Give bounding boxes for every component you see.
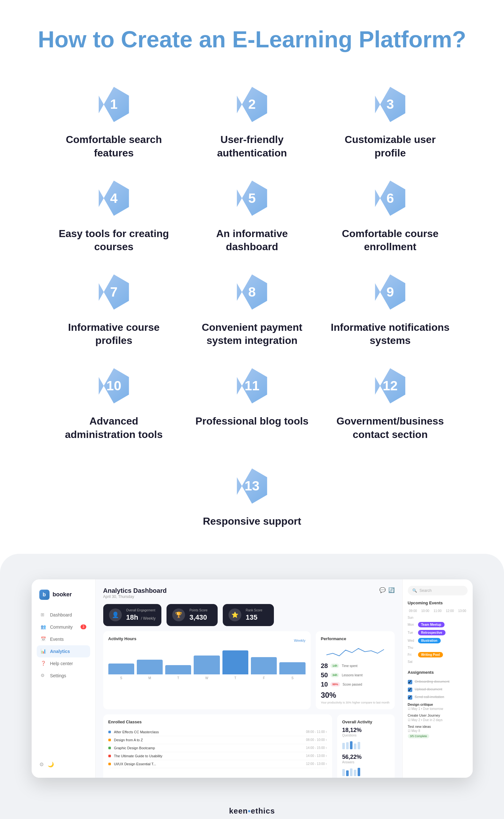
- sidebar-item-settings[interactable]: ⚙ Settings: [37, 670, 90, 682]
- sidebar-item-analytics[interactable]: 📊 Analytics: [37, 645, 90, 658]
- stat-icon: 🏆: [172, 608, 185, 621]
- stat-label: Points Score: [190, 608, 208, 612]
- feature-item-10: 10 Advanced administration tools: [51, 367, 176, 441]
- sidebar-item-dashboard[interactable]: ⊞ Dashboard: [37, 609, 90, 621]
- task-item: ✓ Send call-invitation: [408, 693, 468, 701]
- event-row-Sun: Sun: [408, 615, 468, 621]
- feature-item-13: 13 Responsive support: [203, 467, 301, 528]
- chat-icon[interactable]: 💬: [379, 587, 386, 593]
- task-checkbox[interactable]: ✓: [408, 680, 412, 684]
- perf-title: Performance: [321, 636, 390, 641]
- hexagon-5: 5: [234, 181, 269, 216]
- svg-rect-5: [342, 769, 345, 776]
- enrolled-card: Enrolled Classes After Effects CC Master…: [103, 714, 332, 778]
- overall-title: Overall Activity: [342, 720, 390, 724]
- chart-label: W: [194, 676, 220, 680]
- task-checkbox[interactable]: ✓: [408, 688, 412, 692]
- event-row-Wed: Wed Illustration: [408, 637, 468, 645]
- footer: keen•ethics: [0, 797, 504, 819]
- task-text: Test new ideas: [408, 724, 468, 729]
- feature-label-13: Responsive support: [203, 515, 301, 528]
- bar: [194, 656, 220, 674]
- task-item: ✓ Onboarding document: [408, 678, 468, 686]
- bar-chart: [108, 649, 306, 675]
- perf-stats: 28 14h Time spent 50 34h Lessons learnt …: [321, 662, 390, 704]
- hexagon-6: 6: [373, 181, 408, 216]
- stat-value: 135: [246, 613, 258, 621]
- hexagon-9: 9: [373, 275, 408, 310]
- help-icon: ❓: [41, 661, 46, 667]
- features-grid: 1 Comfortable search features 2 User-fri…: [0, 72, 504, 454]
- task-date: ☑ May 1 • Due tomorrow: [408, 707, 468, 711]
- feature-label-12: Government/business contact section: [330, 415, 451, 441]
- event-chip[interactable]: Illustration: [418, 638, 441, 644]
- hexagon-wrapper-9: 9: [371, 273, 409, 311]
- sidebar-item-help-center[interactable]: ❓ Help center: [37, 658, 90, 670]
- enrolled-dot: [108, 731, 111, 733]
- feature-label-3: Customizable user profile: [330, 133, 451, 160]
- sidebar-item-events[interactable]: 📅 Events: [37, 633, 90, 645]
- bar: [251, 657, 277, 675]
- grid-icon: ⊞: [41, 612, 46, 618]
- enrolled-item: The Ultimate Guide to Usability 14:00 - …: [108, 752, 327, 760]
- day-label: Mon: [408, 623, 415, 627]
- enrolled-dot: [108, 755, 111, 757]
- task-checkbox[interactable]: ✓: [408, 695, 412, 700]
- feature-label-8: Convenient payment system integration: [191, 321, 313, 347]
- gear-icon: ⚙: [41, 673, 46, 679]
- dashboard-section: b booker ⊞ Dashboard 👥 Community 3 📅 Eve…: [0, 554, 504, 797]
- chart-label: S: [108, 676, 134, 680]
- overall-activity: Overall Activity 18,12% Questions 56,22%: [337, 714, 395, 778]
- bar: [222, 651, 248, 675]
- performance-card: Performance 28 14h Time spent 50 34h: [316, 631, 395, 709]
- feature-item-1: 1 Comfortable search features: [51, 85, 176, 160]
- period-selector[interactable]: Weekly: [294, 639, 306, 643]
- enrolled-list: After Effects CC Masterclass 08:00 - 11:…: [108, 728, 327, 768]
- task-badge: 3/5 Complete: [408, 734, 430, 738]
- svg-rect-2: [350, 741, 353, 749]
- feature-item-5: 5 An informative dashboard: [189, 179, 314, 254]
- svg-rect-9: [358, 768, 360, 776]
- events-list: Sun Mon Team Meetup Tue Retrospective We…: [408, 615, 468, 665]
- chart-label: T: [165, 676, 191, 680]
- svg-rect-3: [354, 744, 356, 749]
- nav-label: Community: [50, 625, 73, 630]
- assignments-title: Assignments: [408, 670, 468, 675]
- event-chip[interactable]: Writing Pool: [418, 652, 443, 658]
- hexagon-12: 12: [373, 368, 408, 403]
- nav-label: Help center: [50, 661, 73, 666]
- enrolled-name: Design from A to Z: [114, 738, 143, 742]
- svg-rect-1: [346, 742, 349, 749]
- dashboard-subtitle: April 30, Thursday: [103, 594, 167, 599]
- event-chip[interactable]: Retrospective: [418, 630, 446, 636]
- assignments-section: Assignments ✓ Onboarding document ✓ Uplo…: [408, 670, 468, 740]
- enrolled-item: Design from A to Z 08:00 - 10:00 ›: [108, 736, 327, 744]
- stats-row: 👤 Overall Engagement 18h / Weekly 🏆 Poin…: [103, 604, 395, 626]
- db-main-header: Analytics Dashboard April 30, Thursday 💬…: [103, 587, 395, 599]
- svg-rect-0: [342, 743, 345, 749]
- nav-label: Dashboard: [50, 612, 72, 618]
- enrolled-dot: [108, 747, 111, 749]
- search-bar[interactable]: 🔍 Search: [408, 586, 468, 595]
- hexagon-3: 3: [373, 87, 408, 122]
- sidebar-item-community[interactable]: 👥 Community 3: [37, 621, 90, 633]
- hexagon-11: 11: [234, 368, 269, 403]
- day-label: Wed: [408, 639, 415, 643]
- chart-label: F: [251, 676, 277, 680]
- enrolled-dot: [108, 763, 111, 765]
- stat-card: 👤 Overall Engagement 18h / Weekly: [103, 604, 161, 626]
- feature-item-2: 2 User-friendly authentication: [189, 85, 314, 160]
- feature-label-9: Informative notifications systems: [330, 321, 451, 347]
- refresh-icon[interactable]: 🔄: [388, 587, 395, 593]
- feature-label-11: Professional blog tools: [196, 415, 309, 428]
- event-row-Fri: Fri Writing Pool: [408, 651, 468, 659]
- chart-label: M: [137, 676, 163, 680]
- event-chip[interactable]: Team Meetup: [418, 622, 445, 628]
- hexagon-7: 7: [96, 275, 131, 310]
- enrolled-time: 08:00 - 11:00 ›: [306, 730, 327, 734]
- dashboard-container: b booker ⊞ Dashboard 👥 Community 3 📅 Eve…: [32, 579, 473, 778]
- stat-card: ⭐ Rank Score 135: [223, 604, 274, 626]
- title-part2: E-Learning Platform?: [232, 27, 466, 52]
- enrolled-row: Enrolled Classes After Effects CC Master…: [103, 714, 395, 778]
- search-icon: 🔍: [412, 588, 417, 593]
